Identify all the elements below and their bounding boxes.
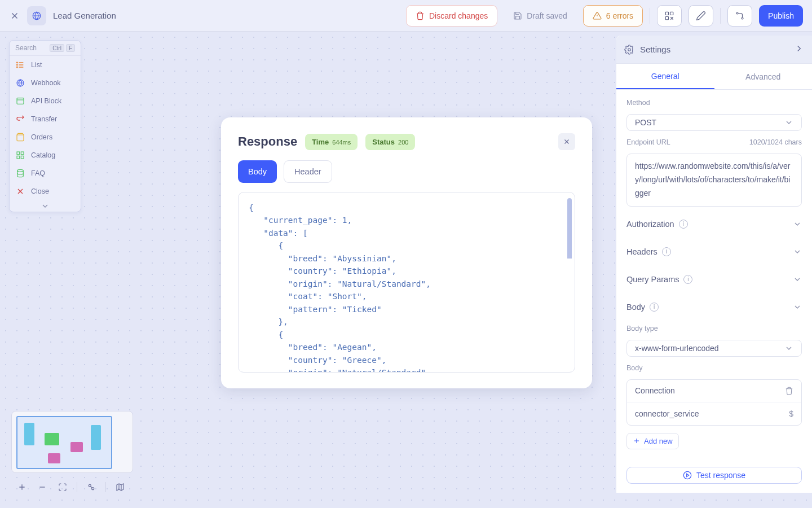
globe-icon <box>15 78 25 88</box>
svg-point-7 <box>17 64 18 65</box>
body-rows: Connection connector_service $ <box>626 379 802 426</box>
modal-close-button[interactable] <box>558 133 575 150</box>
palette-expand[interactable] <box>10 200 81 212</box>
svg-point-16 <box>628 48 631 51</box>
zoom-in-button[interactable] <box>16 481 28 493</box>
section-query-params[interactable]: Query Params i <box>626 269 802 290</box>
palette-item-faq[interactable]: FAQ <box>10 164 81 182</box>
method-select[interactable]: POST <box>626 114 802 131</box>
errors-button[interactable]: 6 errors <box>583 5 643 27</box>
block-palette: Search Ctrl F List Webhook API Block Tra… <box>9 40 81 212</box>
chevron-down-icon <box>41 202 50 211</box>
response-body-code[interactable]: { "current_page": 1, "data": [ { "breed"… <box>238 192 575 373</box>
section-headers[interactable]: Headers i <box>626 242 802 262</box>
endpoint-char-count: 1020/1024 chars <box>749 138 802 146</box>
zoom-out-button[interactable] <box>36 481 48 493</box>
minimap-block <box>48 453 60 463</box>
x-icon <box>15 186 25 196</box>
dollar-icon[interactable]: $ <box>789 409 793 418</box>
body-row-key: connector_service <box>635 409 699 418</box>
library-button[interactable] <box>657 5 682 27</box>
test-response-button[interactable]: Test response <box>626 467 802 484</box>
svg-rect-10 <box>17 98 24 104</box>
list-icon <box>15 60 25 70</box>
add-body-row-button[interactable]: Add new <box>626 433 679 449</box>
chevron-down-icon <box>793 275 802 284</box>
body-row[interactable]: Connection <box>627 380 801 402</box>
time-badge: Time 644ms <box>305 134 358 150</box>
palette-item-list[interactable]: List <box>10 56 81 74</box>
chevron-down-icon <box>784 344 793 353</box>
discard-button[interactable]: Discard changes <box>406 5 497 27</box>
minimap-block <box>45 433 59 445</box>
flow-button[interactable] <box>727 5 752 27</box>
collapse-panel-button[interactable] <box>794 43 804 56</box>
chevron-down-icon <box>793 220 802 229</box>
endpoint-url-input[interactable]: https://www.randomwebsite.com/this/is/a/… <box>626 154 802 206</box>
app-header: Lead Generation Discard changes Draft sa… <box>0 0 812 32</box>
crosshair-icon <box>58 483 67 492</box>
pencil-icon <box>696 11 706 21</box>
palette-item-catalog[interactable]: Catalog <box>10 146 81 164</box>
palette-item-webhook[interactable]: Webhook <box>10 74 81 92</box>
response-modal: Response Time 644ms Status 200 Body Head… <box>221 117 592 388</box>
body-row[interactable]: connector_service $ <box>627 402 801 425</box>
minimap-block <box>24 423 34 445</box>
map-icon <box>116 483 125 492</box>
section-authorization[interactable]: Authorization i <box>626 214 802 234</box>
svg-rect-11 <box>17 152 20 155</box>
project-title: Lead Generation <box>53 11 116 20</box>
svg-rect-2 <box>670 12 673 15</box>
minimap-viewport[interactable] <box>16 416 112 469</box>
modal-title: Response <box>238 134 297 149</box>
tab-advanced[interactable]: Advanced <box>714 64 813 89</box>
tab-general[interactable]: General <box>616 64 714 89</box>
info-icon: i <box>679 220 688 229</box>
close-editor-button[interactable] <box>9 10 20 21</box>
endpoint-label: Endpoint URL <box>626 138 670 146</box>
palette-item-api[interactable]: API Block <box>10 92 81 110</box>
tab-header[interactable]: Header <box>284 160 332 183</box>
palette-item-label: API Block <box>31 97 61 105</box>
canvas-toolbar <box>11 479 133 496</box>
body-type-value: x-www-form-urlencoded <box>635 344 719 353</box>
palette-search[interactable]: Search Ctrl F <box>10 41 81 56</box>
settings-panel: Settings General Advanced Method POST En… <box>616 36 812 493</box>
divider <box>105 482 106 492</box>
globe-icon <box>32 11 42 21</box>
trash-icon[interactable] <box>785 387 793 395</box>
info-icon: i <box>662 247 671 256</box>
plus-icon <box>17 483 27 492</box>
library-icon <box>664 11 674 21</box>
publish-button[interactable]: Publish <box>759 5 803 27</box>
map-button[interactable] <box>114 481 126 493</box>
api-icon <box>15 96 25 106</box>
palette-item-transfer[interactable]: Transfer <box>10 110 81 128</box>
palette-item-label: Transfer <box>31 115 57 123</box>
svg-rect-12 <box>21 152 24 155</box>
edit-button[interactable] <box>689 5 713 27</box>
minimap[interactable] <box>11 411 133 473</box>
body-row-key: Connection <box>635 386 675 395</box>
settings-title: Settings <box>640 45 670 54</box>
body-type-select[interactable]: x-www-form-urlencoded <box>626 340 802 357</box>
publish-label: Publish <box>768 11 794 20</box>
palette-item-close[interactable]: Close <box>10 182 81 200</box>
tidy-button[interactable] <box>85 481 98 493</box>
method-value: POST <box>635 118 656 127</box>
flow-icon <box>735 11 745 21</box>
palette-item-label: FAQ <box>31 169 45 177</box>
fit-button[interactable] <box>56 481 69 493</box>
x-icon <box>10 11 20 21</box>
minus-icon <box>38 483 47 492</box>
svg-point-17 <box>683 471 691 479</box>
palette-item-label: Close <box>31 187 49 195</box>
palette-item-orders[interactable]: Orders <box>10 128 81 146</box>
palette-item-label: Webhook <box>31 79 61 87</box>
redo-icon <box>15 114 25 124</box>
discard-label: Discard changes <box>429 11 488 20</box>
tab-body[interactable]: Body <box>238 160 277 183</box>
section-body[interactable]: Body i <box>626 297 802 317</box>
palette-item-label: Catalog <box>31 151 55 159</box>
draft-status: Draft saved <box>504 5 576 27</box>
